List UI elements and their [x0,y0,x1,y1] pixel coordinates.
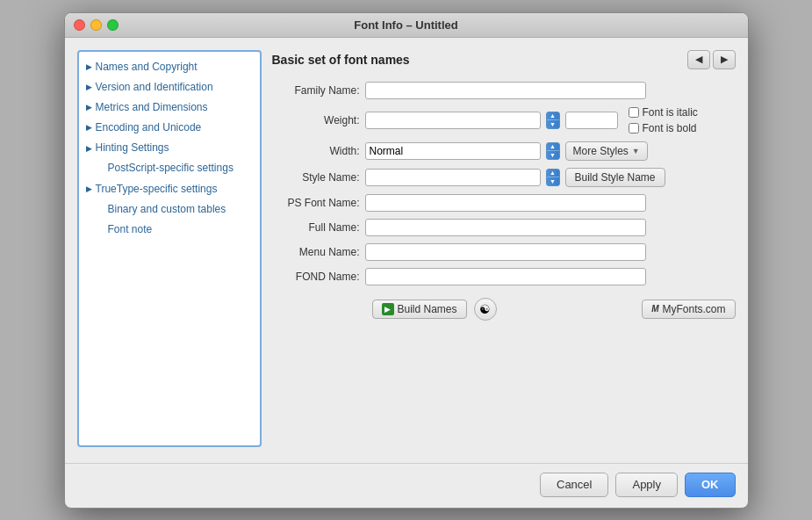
width-input[interactable] [365,142,541,160]
style-name-row: Style Name: ▲ ▼ Build Style Name [272,168,736,187]
ps-font-name-label: PS Font Name: [272,197,360,209]
content-area: ▶ Names and Copyright ▶ Version and Iden… [65,38,748,459]
stepper-up-icon[interactable]: ▲ [547,143,559,152]
build-names-button[interactable]: ▶ Build Names [372,300,467,319]
dropdown-arrow-icon: ▼ [632,147,640,155]
sidebar-item-postscript-settings[interactable]: ▶ PostScript-specific settings [79,158,260,178]
yin-yang-button[interactable]: ☯ [474,298,497,321]
ok-button[interactable]: OK [685,473,736,497]
menu-name-row: Menu Name: [272,243,736,261]
width-label: Width: [272,145,360,157]
font-bold-checkbox[interactable] [629,123,639,134]
build-style-name-button[interactable]: Build Style Name [565,168,665,187]
sidebar-item-version-identification[interactable]: ▶ Version and Identification [79,77,260,98]
window-controls [74,19,119,31]
style-name-label: Style Name: [272,171,360,184]
sidebar-item-binary-tables[interactable]: ▶ Binary and custom tables [79,199,260,220]
font-italic-checkbox[interactable] [629,107,639,118]
sidebar-item-label: Metrics and Dimensions [96,99,208,116]
cancel-button[interactable]: Cancel [540,473,608,497]
nav-back-button[interactable]: ◀ [687,50,710,69]
sidebar-item-label: Encoding and Unicode [96,119,202,136]
sidebar-item-label: Binary and custom tables [108,201,226,218]
family-name-label: Family Name: [272,84,360,97]
style-name-input[interactable] [365,169,541,186]
weight-small-input[interactable] [565,112,618,129]
ps-font-name-input[interactable] [365,194,646,212]
font-bold-label: Font is bold [643,122,697,134]
close-button[interactable] [74,19,85,31]
sidebar-item-font-note[interactable]: ▶ Font note [79,220,260,240]
font-italic-checkbox-label[interactable]: Font is italic [629,106,698,119]
stepper-down-icon[interactable]: ▼ [547,120,559,128]
weight-label: Weight: [272,114,360,126]
action-row: ▶ Build Names ☯ M MyFonts.com [272,298,736,321]
sidebar-item-label: Version and Identification [96,79,213,96]
form-fields: Family Name: Weight: ▲ ▼ Font [272,82,736,447]
sidebar-item-label: PostScript-specific settings [108,160,234,177]
stepper-up-icon[interactable]: ▲ [547,112,559,121]
full-name-input[interactable] [365,219,646,236]
main-window: Font Info – Untitled ▶ Names and Copyrig… [64,12,749,509]
menu-name-label: Menu Name: [272,246,360,258]
arrow-icon: ▶ [86,101,92,113]
titlebar: Font Info – Untitled [65,13,748,38]
font-bold-checkbox-label[interactable]: Font is bold [629,122,698,134]
nav-forward-button[interactable]: ▶ [713,50,736,69]
full-name-row: Full Name: [272,219,736,236]
main-header: Basic set of font names ◀ ▶ [272,50,736,69]
full-name-label: Full Name: [272,221,360,234]
window-title: Font Info – Untitled [354,18,457,32]
footer: Cancel Apply OK [65,463,748,508]
sidebar-item-metrics-dimensions[interactable]: ▶ Metrics and Dimensions [79,98,260,118]
weight-row: Weight: ▲ ▼ Font is italic [272,106,736,134]
font-style-checkboxes: Font is italic Font is bold [629,106,698,134]
stepper-down-icon[interactable]: ▼ [547,151,559,159]
more-styles-label: More Styles [573,145,629,157]
fond-name-label: FOND Name: [272,271,360,283]
arrow-icon: ▶ [86,81,92,93]
family-name-input[interactable] [365,82,646,99]
font-italic-label: Font is italic [643,106,698,119]
myfonts-label: MyFonts.com [662,303,725,315]
menu-name-input[interactable] [365,243,646,261]
sidebar-item-label: Names and Copyright [96,59,198,76]
arrow-icon: ▶ [86,61,92,73]
arrow-icon: ▶ [86,183,92,195]
family-name-row: Family Name: [272,82,736,99]
fond-name-row: FOND Name: [272,268,736,285]
sidebar-item-truetype-settings[interactable]: ▶ TrueType-specific settings [79,179,260,199]
myfonts-button[interactable]: M MyFonts.com [642,300,735,319]
stepper-up-icon[interactable]: ▲ [547,170,559,178]
sidebar: ▶ Names and Copyright ▶ Version and Iden… [77,50,262,447]
more-styles-button[interactable]: More Styles ▼ [565,141,648,161]
build-names-label: Build Names [398,303,457,315]
maximize-button[interactable] [107,19,119,31]
main-panel: Basic set of font names ◀ ▶ Family Name:… [272,50,736,447]
myfonts-icon: M [651,304,658,314]
weight-input[interactable] [365,112,541,129]
sidebar-item-label: TrueType-specific settings [96,181,218,198]
style-stepper[interactable]: ▲ ▼ [546,169,560,186]
ps-font-name-row: PS Font Name: [272,194,736,212]
panel-title: Basic set of font names [272,53,410,67]
minimize-button[interactable] [90,19,102,31]
apply-button[interactable]: Apply [615,473,678,497]
arrow-icon: ▶ [86,121,92,134]
build-names-icon: ▶ [382,303,394,315]
sidebar-item-label: Hinting Settings [96,140,169,156]
fond-name-input[interactable] [365,268,646,285]
nav-buttons: ◀ ▶ [687,50,736,69]
sidebar-item-hinting-settings[interactable]: ▶ Hinting Settings [79,138,260,158]
sidebar-item-label: Font note [108,221,153,238]
arrow-icon: ▶ [86,142,92,155]
weight-stepper[interactable]: ▲ ▼ [546,112,560,129]
sidebar-item-encoding-unicode[interactable]: ▶ Encoding and Unicode [79,118,260,138]
sidebar-item-names-copyright[interactable]: ▶ Names and Copyright [79,57,260,77]
width-row: Width: ▲ ▼ More Styles ▼ [272,141,736,161]
stepper-down-icon[interactable]: ▼ [547,177,559,185]
width-stepper[interactable]: ▲ ▼ [546,142,560,160]
